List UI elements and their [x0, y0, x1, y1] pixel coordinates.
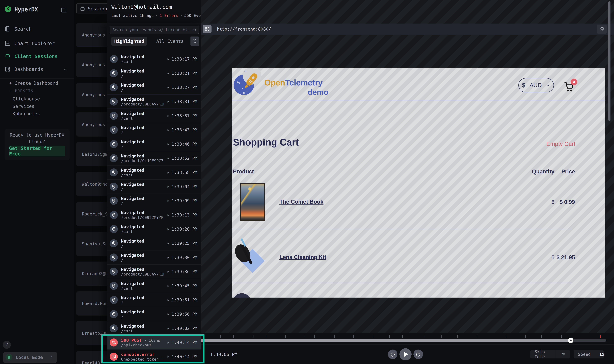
- event-time: 1:38:52 PM: [172, 156, 197, 161]
- play-from-here-icon[interactable]: ▶: [167, 298, 169, 302]
- event-row[interactable]: Navigated/cart▶1:39:20 PM: [107, 222, 201, 236]
- event-row[interactable]: console.errorUnexpected token 'I'…▶1:40:…: [107, 350, 201, 364]
- event-row[interactable]: Navigated/cart▶1:38:58 PM: [107, 166, 201, 180]
- session-list-item[interactable]: Walton9@ho: [76, 172, 107, 196]
- copy-url-button[interactable]: [597, 25, 607, 34]
- event-title: Navigated: [121, 224, 144, 229]
- sidebar-item-services[interactable]: Services: [13, 104, 34, 109]
- chevron-up-icon[interactable]: [63, 67, 68, 72]
- event-row[interactable]: Navigated/▶1:39:51 PM: [107, 293, 201, 307]
- event-time: 1:40:14 PM: [172, 354, 197, 359]
- event-row[interactable]: Navigated/▶1:39:30 PM: [107, 250, 201, 265]
- event-detail: /api/checkout: [121, 343, 164, 347]
- play-from-here-icon[interactable]: ▶: [167, 71, 169, 75]
- sidebar-collapse-icon[interactable]: [60, 7, 68, 14]
- session-list-item[interactable]: Anonymous: [76, 53, 107, 77]
- session-meta: Last active 1h ago·1 Errors·550 Events: [111, 13, 208, 18]
- event-row[interactable]: 500 POST · 162ms/api/checkout▶1:40:14 PM: [107, 336, 201, 350]
- play-from-here-icon[interactable]: ▶: [167, 256, 169, 259]
- play-from-here-icon[interactable]: ▶: [167, 270, 169, 273]
- play-from-here-icon[interactable]: ▶: [167, 100, 169, 103]
- event-title: Navigated: [121, 154, 144, 158]
- collapse-all-button[interactable]: [191, 37, 199, 46]
- event-row[interactable]: Navigated/product/6E92ZMYYFZ▶1:39:13 PM: [107, 208, 201, 222]
- event-row[interactable]: Navigated/▶1:38:46 PM: [107, 137, 201, 151]
- play-from-here-icon[interactable]: ▶: [167, 199, 169, 203]
- sidebar-item-clickhouse[interactable]: Clickhouse: [13, 96, 40, 102]
- event-row[interactable]: Navigated/product/OLJCESPC7Z▶1:38:52 PM: [107, 151, 201, 166]
- forward-button[interactable]: [413, 350, 423, 359]
- event-time: 1:38:17 PM: [172, 56, 197, 62]
- sidebar-item-client-sessions[interactable]: Client Sessions: [4, 52, 58, 61]
- speed-control[interactable]: Speed 1x: [573, 350, 604, 358]
- event-row[interactable]: Navigated/product/L9ECAV7KIM▶1:39:36 PM: [107, 265, 201, 279]
- session-list-item[interactable]: Anonymous: [76, 112, 107, 137]
- tab-all-events[interactable]: All Events: [156, 37, 184, 46]
- session-list-item[interactable]: Anonymous: [76, 23, 107, 47]
- session-list-item[interactable]: Ernesto33@: [76, 321, 107, 345]
- event-row[interactable]: Navigated/▶1:39:09 PM: [107, 194, 201, 208]
- session-list-item[interactable]: Anonymous: [76, 83, 107, 107]
- session-list-item[interactable]: Howard.Run: [76, 291, 107, 315]
- sessions-header-chip[interactable]: Sessions: [76, 3, 107, 14]
- sidebar-item-search[interactable]: Search: [4, 24, 32, 34]
- play-from-here-icon[interactable]: ▶: [167, 355, 169, 358]
- play-from-here-icon[interactable]: ▶: [167, 341, 169, 344]
- event-row[interactable]: Navigated/▶1:38:21 PM: [107, 66, 201, 80]
- play-from-here-icon[interactable]: ▶: [167, 213, 169, 217]
- event-row[interactable]: Navigated/cart▶1:39:45 PM: [107, 279, 201, 293]
- play-from-here-icon[interactable]: ▶: [167, 142, 169, 146]
- session-list-item[interactable]: Kieran92@h: [76, 261, 107, 286]
- play-from-here-icon[interactable]: ▶: [167, 327, 169, 330]
- play-from-here-icon[interactable]: ▶: [167, 227, 169, 231]
- play-from-here-icon[interactable]: ▶: [167, 171, 169, 174]
- create-dashboard-button[interactable]: + Create Dashboard: [9, 80, 58, 86]
- event-row[interactable]: Navigated/cart▶1:40:02 PM: [107, 321, 201, 336]
- event-row[interactable]: Navigated/▶1:39:04 PM: [107, 180, 201, 194]
- event-row[interactable]: Navigated/cart▶1:38:37 PM: [107, 109, 201, 123]
- product-link[interactable]: The Comet Book: [279, 199, 324, 205]
- event-row[interactable]: Navigated/▶1:39:25 PM: [107, 236, 201, 251]
- session-list-item[interactable]: Pearl43: [76, 351, 107, 364]
- cart-button[interactable]: 4: [563, 79, 577, 93]
- get-started-button[interactable]: Get Started for Free: [9, 146, 65, 156]
- event-search-input[interactable]: [109, 26, 199, 34]
- play-from-here-icon[interactable]: ▶: [167, 114, 169, 117]
- rewind-button[interactable]: [388, 350, 397, 359]
- session-list-item[interactable]: Roderick_S: [76, 202, 107, 226]
- play-from-here-icon[interactable]: ▶: [167, 185, 169, 188]
- skip-idle-toggle[interactable]: Skip Idle: [530, 350, 570, 358]
- event-row[interactable]: Navigated/product/L9ECAV7KIM▶1:38:31 PM: [107, 95, 201, 109]
- presets-section-toggle[interactable]: PRESETS: [9, 89, 33, 93]
- scrollbar[interactable]: [608, 1, 611, 121]
- help-button[interactable]: ?: [3, 341, 11, 349]
- local-mode-button[interactable]: U Local mode: [3, 352, 57, 363]
- sidebar-item-dashboards[interactable]: Dashboards: [4, 65, 43, 74]
- play-from-here-icon[interactable]: ▶: [167, 242, 169, 245]
- event-row[interactable]: Navigated/▶1:39:56 PM: [107, 307, 201, 322]
- event-title: Navigated: [121, 139, 144, 144]
- tab-highlighted[interactable]: Highlighted: [111, 37, 147, 46]
- event-row[interactable]: Navigated/▶1:38:43 PM: [107, 123, 201, 137]
- sidebar-item-kubernetes[interactable]: Kubernetes: [13, 111, 40, 116]
- currency-selector[interactable]: $ AUD: [518, 78, 554, 92]
- event-row[interactable]: Navigated/cart▶1:38:17 PM: [107, 52, 201, 66]
- play-from-here-icon[interactable]: ▶: [167, 128, 169, 132]
- product-link[interactable]: Lens Cleaning Kit: [279, 254, 326, 260]
- play-from-here-icon[interactable]: ▶: [167, 312, 169, 316]
- play-button[interactable]: [399, 348, 411, 360]
- play-from-here-icon[interactable]: ▶: [167, 86, 169, 89]
- playhead-handle[interactable]: [568, 338, 573, 343]
- empty-cart-link[interactable]: Empty Cart: [546, 141, 575, 147]
- play-from-here-icon[interactable]: ▶: [167, 57, 169, 61]
- sidebar-item-chart-explorer[interactable]: Chart Explorer: [4, 39, 55, 48]
- session-list-item[interactable]: Deion37@gm: [76, 142, 107, 166]
- timeline-event-tick: [266, 335, 266, 338]
- play-from-here-icon[interactable]: ▶: [167, 284, 169, 288]
- app-logo[interactable]: HyperDX: [4, 6, 38, 13]
- expand-button[interactable]: [203, 25, 212, 33]
- session-list-item[interactable]: Shaniya.Sc: [76, 232, 107, 256]
- play-from-here-icon[interactable]: ▶: [167, 156, 169, 160]
- timeline-scrubber[interactable]: [201, 339, 606, 342]
- event-row[interactable]: Navigated/▶1:38:27 PM: [107, 80, 201, 95]
